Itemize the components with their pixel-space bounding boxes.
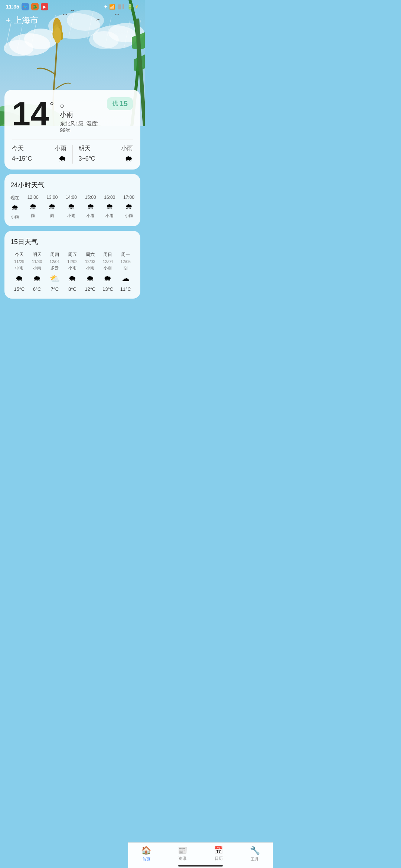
temperature-value: 14	[12, 97, 49, 131]
day15-item: 周四 12/01 多云 ⛅ 7°C	[46, 251, 63, 292]
tomorrow-temp: 3~6°C	[79, 155, 95, 162]
day15-weather: 多云	[50, 265, 59, 271]
hour-item: 17:00 🌧 小雨	[123, 195, 134, 220]
day15-icon: 🌧	[15, 274, 23, 283]
day15-dayname: 周五	[68, 251, 77, 258]
aqi-label: 优	[112, 100, 118, 108]
day15-date: 12/03	[85, 259, 95, 264]
day15-dayname: 周一	[121, 251, 130, 258]
app-icon-2: 🐉	[31, 3, 39, 10]
day15-icon: 🌧	[86, 274, 94, 283]
day15-temp: 7°C	[50, 286, 59, 292]
hour-time: 16:00	[104, 195, 115, 200]
tomorrow-label: 明天	[79, 145, 91, 152]
aqi-value: 15	[120, 99, 128, 108]
tomorrow-weather: 小雨	[121, 145, 133, 152]
hourly-title: 24小时天气	[10, 181, 134, 190]
today-icon: 🌧	[58, 154, 66, 164]
weather-circle: ○	[60, 102, 107, 110]
day15-date: 11/30	[32, 259, 42, 264]
hour-icon: 🌧	[48, 202, 56, 211]
hourly-row: 现在 🌧 小雨 12:00 🌧 雨 13:00 🌧 雨 14:00 🌧 小雨 1…	[10, 195, 134, 220]
hour-icon: 🌧	[11, 203, 19, 212]
app-icon-3: ▶	[41, 3, 48, 10]
wifi-icon: 📶	[109, 4, 115, 10]
hour-item: 14:00 🌧 小雨	[66, 195, 77, 220]
today-tomorrow-row: 今天 小雨 4~15°C 🌧 明天 小雨 3~6°C 🌧	[12, 139, 133, 164]
day15-dayname: 明天	[33, 251, 42, 258]
day15-dayname: 今天	[15, 251, 24, 258]
hour-icon: 🌧	[125, 202, 133, 211]
day15-temp: 15°C	[14, 286, 25, 292]
current-weather-card: 14 ° ○ 小雨 东北风1级 湿度: 99% 优 15 今天 小雨	[4, 90, 140, 170]
main-content: 14 ° ○ 小雨 东北风1级 湿度: 99% 优 15 今天 小雨	[0, 90, 145, 333]
day15-date: 12/02	[67, 259, 78, 264]
day15-temp: 11°C	[120, 286, 131, 292]
hourly-forecast-card: 24小时天气 现在 🌧 小雨 12:00 🌧 雨 13:00 🌧 雨 14:00…	[4, 174, 140, 226]
hour-icon: 🌧	[29, 202, 37, 211]
add-city-button[interactable]: +	[6, 16, 11, 25]
day15-date: 12/01	[50, 259, 60, 264]
day15-date: 11/29	[14, 259, 25, 264]
day15-item: 周一 12/05 阴 ☁ 11°C	[117, 251, 134, 292]
hour-item: 现在 🌧 小雨	[10, 195, 19, 220]
city-name: 上海市	[14, 15, 38, 26]
day15-weather: 小雨	[104, 265, 112, 271]
day15-temp: 13°C	[102, 286, 113, 292]
day15-item: 今天 11/29 中雨 🌧 15°C	[10, 251, 28, 292]
15day-grid: 今天 11/29 中雨 🌧 15°C 明天 11/30 小雨 🌧 6°C 周四 …	[10, 251, 134, 292]
day15-icon: 🌧	[33, 274, 41, 283]
day15-item: 明天 11/30 小雨 🌧 6°C	[28, 251, 46, 292]
hour-time: 15:00	[85, 195, 96, 200]
time-display: 11:35	[6, 4, 19, 10]
hour-item: 13:00 🌧 雨	[46, 195, 58, 220]
hour-time: 14:00	[66, 195, 77, 200]
hour-time: 13:00	[46, 195, 58, 200]
weather-condition: 小雨	[60, 110, 107, 119]
hour-weather: 小雨	[105, 213, 114, 218]
hour-weather: 小雨	[11, 214, 19, 220]
app-icon-1: 🐦	[22, 3, 29, 10]
day15-temp: 6°C	[33, 286, 41, 292]
15day-forecast-card: 15日天气 今天 11/29 中雨 🌧 15°C 明天 11/30 小雨 🌧 6…	[4, 231, 140, 299]
day15-icon: ☁	[121, 274, 130, 283]
hour-item: 15:00 🌧 小雨	[85, 195, 96, 220]
aqi-badge: 优 15	[107, 97, 133, 110]
day15-weather: 阴	[124, 265, 128, 271]
today-weather: 小雨	[55, 145, 66, 152]
hour-weather: 雨	[50, 213, 54, 218]
status-right: ✦ 📶 ▐▌▍ 🔋 ⚡	[104, 4, 139, 10]
hour-time: 现在	[10, 195, 19, 201]
weather-wind-humidity: 东北风1级 湿度: 99%	[60, 121, 107, 133]
day15-icon: 🌧	[68, 274, 76, 283]
today-section: 今天 小雨 4~15°C 🌧	[12, 145, 72, 164]
status-bar: 11:35 🐦 🐉 ▶ ✦ 📶 ▐▌▍ 🔋 ⚡	[0, 0, 145, 12]
day15-temp: 12°C	[85, 286, 95, 292]
day15-temp: 8°C	[68, 286, 76, 292]
hour-time: 17:00	[123, 195, 134, 200]
15day-title: 15日天气	[10, 237, 134, 246]
tomorrow-section: 明天 小雨 3~6°C 🌧	[73, 145, 133, 164]
day15-icon: 🌧	[104, 274, 112, 283]
day15-date: 12/05	[120, 259, 131, 264]
weather-top-row: 14 ° ○ 小雨 东北风1级 湿度: 99% 优 15	[12, 97, 133, 133]
day15-weather: 小雨	[68, 265, 76, 271]
day15-weather: 中雨	[15, 265, 23, 271]
hour-weather: 小雨	[125, 213, 133, 218]
day15-weather: 小雨	[86, 265, 94, 271]
hour-item: 12:00 🌧 雨	[27, 195, 39, 220]
signal-icon: ▐▌▍	[117, 4, 125, 9]
day15-date: 12/04	[103, 259, 113, 264]
day15-icon: ⛅	[50, 274, 60, 283]
weather-info: ○ 小雨 东北风1级 湿度: 99%	[60, 102, 107, 133]
today-temp: 4~15°C	[12, 155, 32, 162]
header: + 上海市	[0, 12, 145, 30]
tomorrow-icon: 🌧	[125, 154, 133, 164]
hour-icon: 🌧	[68, 202, 75, 211]
status-left: 11:35 🐦 🐉 ▶	[6, 3, 48, 10]
day15-dayname: 周四	[50, 251, 59, 258]
hour-weather: 小雨	[87, 213, 95, 218]
temperature-display: 14 °	[12, 97, 54, 131]
day15-item: 周五 12/02 小雨 🌧 8°C	[63, 251, 81, 292]
hour-time: 12:00	[27, 195, 39, 200]
